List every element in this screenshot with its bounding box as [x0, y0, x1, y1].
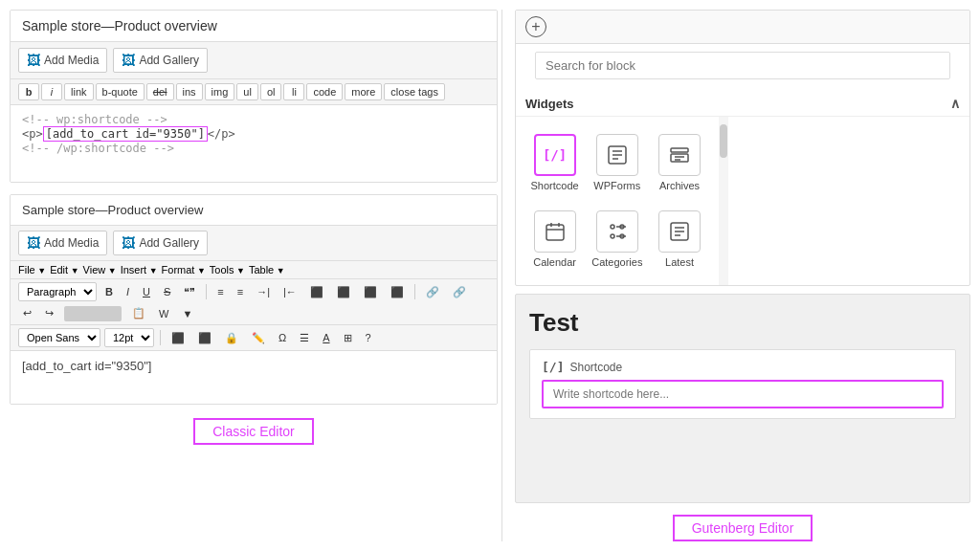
- underline2-btn[interactable]: A: [318, 330, 334, 345]
- tools-menu[interactable]: Tools: [210, 264, 245, 276]
- ul-btn[interactable]: ul: [236, 83, 258, 100]
- strikethrough-rich-btn[interactable]: S: [159, 284, 175, 299]
- redo-btn[interactable]: ↪: [40, 305, 58, 321]
- list2-btn[interactable]: ☰: [295, 330, 314, 346]
- svg-point-12: [611, 225, 614, 229]
- align-justify-btn[interactable]: ⬛: [386, 284, 409, 300]
- insert-menu[interactable]: Insert: [121, 264, 158, 276]
- quote-rich-btn[interactable]: ❝❞: [179, 284, 200, 300]
- calendar-icon-box: [534, 210, 576, 253]
- view-menu[interactable]: View: [83, 264, 117, 276]
- text-rtl-btn[interactable]: ⬛: [193, 330, 216, 346]
- bottom-editor-box: Sample store—Product overview 🖼 Add Medi…: [10, 194, 498, 405]
- main-container: Sample store—Product overview 🖼 Add Medi…: [0, 0, 980, 551]
- indent-btn[interactable]: →|: [252, 284, 275, 299]
- table-menu[interactable]: Table: [249, 264, 285, 276]
- gutenberg-test-title: Test: [529, 308, 956, 338]
- format-menu[interactable]: Format: [162, 264, 206, 276]
- align-center-btn[interactable]: ⬛: [332, 284, 355, 300]
- widget-shortcode[interactable]: [/] Shortcode: [525, 126, 584, 199]
- svg-rect-4: [671, 148, 688, 152]
- shortcode-block-icon: [/]: [542, 360, 564, 374]
- ol-rich-btn[interactable]: ≡: [233, 284, 248, 299]
- more-btn[interactable]: more: [345, 83, 382, 100]
- edit-menu[interactable]: Edit: [50, 264, 78, 276]
- close-tags-btn[interactable]: close tags: [384, 83, 445, 100]
- bottom-editor-content[interactable]: [add_to_cart id="9350"]: [11, 351, 497, 404]
- paragraph-select[interactable]: Paragraph: [18, 282, 97, 301]
- widget-categories[interactable]: Categories: [588, 203, 646, 276]
- archives-label: Archives: [659, 180, 700, 191]
- undo-btn[interactable]: ↩: [18, 305, 36, 321]
- calendar-label: Calendar: [533, 256, 576, 268]
- link-rich-btn[interactable]: 🔗: [421, 284, 444, 300]
- italic-btn[interactable]: i: [41, 83, 62, 100]
- widget-latest[interactable]: Latest: [650, 203, 708, 276]
- add-gallery-button[interactable]: 🖼 Add Gallery: [113, 48, 208, 73]
- img-btn[interactable]: img: [205, 83, 235, 100]
- ul-rich-btn[interactable]: ≡: [212, 284, 228, 299]
- text-indent-btn[interactable]: ⬛: [167, 330, 189, 346]
- categories-icon-box: [596, 210, 638, 253]
- rich-toolbar1: 🖼 Add Media 🖼 Add Gallery: [11, 226, 497, 261]
- shortcode-label: Shortcode: [531, 180, 579, 191]
- shortcode-line: <p>[add_to_cart id="9350"]</p>: [22, 126, 485, 142]
- media-icon: 🖼: [27, 53, 40, 68]
- shortcode-write-input[interactable]: [542, 380, 944, 408]
- outdent-btn[interactable]: |←: [278, 284, 301, 299]
- block-panel: + Widgets ∧ [/] Shortcode: [515, 10, 970, 286]
- bottom-add-gallery-button[interactable]: 🖼 Add Gallery: [113, 231, 208, 255]
- widget-archives[interactable]: Archives: [650, 126, 708, 199]
- wpforms-label: WPForms: [593, 180, 640, 191]
- scrollbar-track[interactable]: [719, 117, 728, 285]
- gutenberg-label-row: Gutenberg Editor: [515, 515, 970, 541]
- font-size-select[interactable]: 12pt: [104, 328, 154, 347]
- toolbar-divider1: [206, 284, 207, 299]
- expand-btn[interactable]: ▼: [177, 306, 197, 321]
- top-toolbar: 🖼 Add Media 🖼 Add Gallery: [11, 42, 497, 79]
- link-btn[interactable]: link: [64, 83, 94, 100]
- li-btn[interactable]: li: [283, 83, 304, 100]
- wpforms-icon-box: [596, 134, 638, 176]
- word-btn[interactable]: W: [154, 306, 173, 321]
- help-btn[interactable]: ?: [361, 330, 376, 345]
- add-media-button[interactable]: 🖼 Add Media: [18, 48, 107, 73]
- bquote-btn[interactable]: b-quote: [96, 83, 145, 100]
- widgets-grid-wrapper: [/] Shortcode WPForms: [516, 117, 969, 285]
- paste-btn[interactable]: 📋: [127, 305, 150, 321]
- code-btn[interactable]: code: [306, 83, 343, 100]
- widgets-header[interactable]: Widgets ∧: [516, 91, 969, 117]
- search-block-input[interactable]: [535, 52, 950, 79]
- del-btn[interactable]: del: [146, 83, 174, 100]
- rich-toolbar-menu: File Edit View Insert Format Tools Table: [11, 261, 497, 279]
- archives-icon-box: [658, 134, 701, 176]
- gutenberg-shortcode-label: [/] Shortcode: [542, 360, 944, 374]
- add-block-icon[interactable]: +: [525, 16, 546, 37]
- bold-rich-btn[interactable]: B: [100, 284, 118, 299]
- ins-btn[interactable]: ins: [176, 83, 203, 100]
- ol-btn[interactable]: ol: [260, 83, 282, 100]
- unlink-rich-btn[interactable]: 🔗: [448, 284, 471, 300]
- pen-btn[interactable]: ✏️: [247, 330, 270, 346]
- gutenberg-shortcode-block: [/] Shortcode: [529, 349, 956, 419]
- rich-toolbar2: Paragraph B I U S ❝❞ ≡ ≡ →| |← ⬛ ⬛ ⬛ ⬛ 🔗…: [11, 279, 497, 325]
- chevron-up-icon: ∧: [950, 96, 960, 111]
- scrollbar-thumb: [720, 124, 727, 158]
- file-menu[interactable]: File: [18, 264, 46, 276]
- font-family-select[interactable]: Open Sans: [18, 328, 100, 347]
- align-right-btn[interactable]: ⬛: [359, 284, 382, 300]
- bold-btn[interactable]: b: [18, 83, 39, 100]
- table-rich-btn[interactable]: ⊞: [339, 330, 357, 346]
- text-lock-btn[interactable]: 🔒: [220, 330, 243, 346]
- svg-rect-8: [546, 225, 564, 240]
- align-left-btn[interactable]: ⬛: [305, 284, 328, 300]
- widgets-label: Widgets: [525, 97, 573, 111]
- bottom-add-media-button[interactable]: 🖼 Add Media: [18, 231, 107, 255]
- classic-editor-label: Classic Editor: [193, 418, 314, 445]
- widget-calendar[interactable]: Calendar: [525, 203, 584, 276]
- omega-btn[interactable]: Ω: [274, 330, 291, 345]
- underline-rich-btn[interactable]: U: [138, 284, 155, 299]
- italic-rich-btn[interactable]: I: [122, 284, 134, 299]
- widget-wpforms[interactable]: WPForms: [588, 126, 646, 199]
- toolbar-divider2: [414, 284, 415, 299]
